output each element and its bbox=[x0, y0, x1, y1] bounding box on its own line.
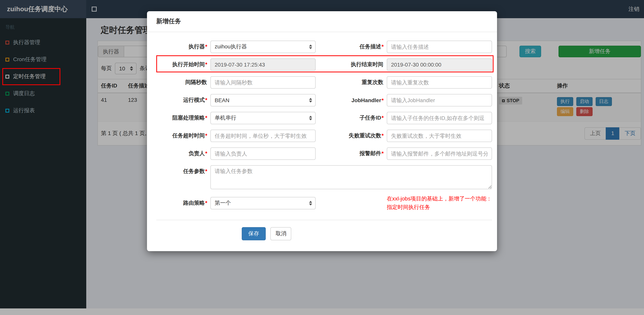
feature-note: 在xxl-jobs项目的基础上，新增了一个功能： 指定时间执行任务 bbox=[387, 195, 492, 211]
retry-count-label: 失败重试次数* bbox=[319, 132, 384, 139]
child-task-input[interactable] bbox=[387, 112, 492, 124]
modal-divider bbox=[156, 220, 492, 220]
repeat-count-label: 重复次数 bbox=[319, 79, 384, 86]
modal-body: 执行器* zuihou执行器 任务描述* 执行开始时间* 执行结束时间 间隔秒数… bbox=[147, 32, 497, 220]
route-strategy-select[interactable]: 第一个 bbox=[210, 197, 316, 209]
add-task-modal: 新增任务 执行器* zuihou执行器 任务描述* 执行开始时间* 执行结束时间… bbox=[147, 11, 497, 251]
start-time-input[interactable] bbox=[210, 59, 316, 71]
block-strategy-label: 阻塞处理策略* bbox=[156, 115, 207, 122]
jobhandler-input[interactable] bbox=[387, 94, 492, 106]
cancel-button[interactable]: 取消 bbox=[270, 227, 292, 240]
select-caret-icon bbox=[309, 98, 312, 103]
alarm-email-input[interactable] bbox=[387, 147, 492, 160]
add-task-form: 执行器* zuihou执行器 任务描述* 执行开始时间* 执行结束时间 间隔秒数… bbox=[156, 41, 488, 220]
save-button[interactable]: 保存 bbox=[242, 227, 266, 240]
route-strategy-label: 路由策略* bbox=[156, 199, 207, 206]
owner-label: 负责人* bbox=[156, 150, 207, 157]
select-caret-icon bbox=[309, 45, 312, 49]
retry-count-input[interactable] bbox=[387, 130, 492, 142]
jobhandler-label: JobHandler* bbox=[319, 97, 384, 103]
child-task-label: 子任务ID* bbox=[319, 115, 384, 122]
timeout-label: 任务超时时间* bbox=[156, 132, 207, 139]
task-desc-input[interactable] bbox=[387, 41, 492, 53]
alarm-email-label: 报警邮件* bbox=[319, 150, 384, 157]
block-strategy-select[interactable]: 单机串行 bbox=[210, 112, 316, 124]
task-param-label: 任务参数* bbox=[156, 165, 207, 175]
interval-input[interactable] bbox=[210, 76, 316, 89]
modal-title: 新增任务 bbox=[147, 11, 497, 32]
end-time-input[interactable] bbox=[387, 59, 492, 71]
owner-input[interactable] bbox=[210, 147, 316, 160]
task-param-textarea[interactable] bbox=[210, 165, 492, 189]
repeat-count-input[interactable] bbox=[387, 76, 492, 89]
app-viewport: zuihou任务调度中心 注销 导航 执行器管理 Cron任务管理 定时任务管理… bbox=[0, 0, 644, 315]
select-caret-icon bbox=[309, 116, 312, 120]
executor-select[interactable]: zuihou执行器 bbox=[210, 41, 316, 53]
run-mode-label: 运行模式* bbox=[156, 97, 207, 104]
select-caret-icon bbox=[309, 201, 312, 205]
end-time-label: 执行结束时间 bbox=[319, 61, 384, 68]
interval-label: 间隔秒数 bbox=[156, 79, 207, 86]
run-mode-select[interactable]: BEAN bbox=[210, 94, 316, 106]
executor-label: 执行器* bbox=[156, 43, 207, 50]
modal-footer: 保存 取消 bbox=[147, 220, 497, 251]
timeout-input[interactable] bbox=[210, 130, 316, 142]
task-desc-label: 任务描述* bbox=[319, 43, 384, 50]
start-time-label: 执行开始时间* bbox=[156, 61, 207, 68]
